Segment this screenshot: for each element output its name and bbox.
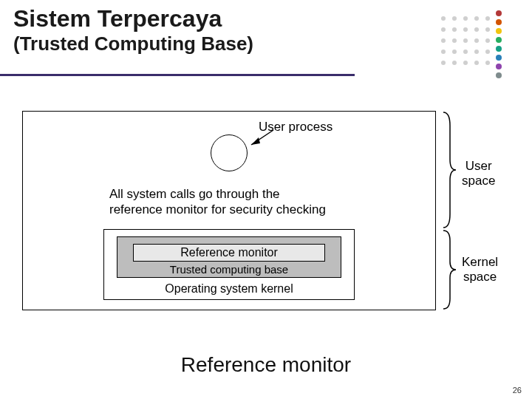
svg-point-14: [485, 38, 490, 43]
sub-text: Trusted Computing Base): [20, 33, 253, 55]
svg-point-4: [485, 16, 490, 21]
svg-point-10: [441, 38, 446, 43]
page-number: 26: [513, 386, 522, 395]
svg-point-28: [496, 37, 502, 43]
svg-point-25: [496, 10, 502, 16]
svg-point-9: [485, 27, 490, 32]
svg-point-13: [474, 38, 479, 43]
user-process-circle: [211, 134, 248, 171]
dot-grid-logo: [429, 7, 510, 89]
svg-point-3: [474, 16, 479, 21]
svg-point-7: [463, 27, 468, 32]
svg-point-6: [452, 27, 457, 32]
svg-point-29: [496, 46, 502, 52]
svg-point-15: [441, 50, 446, 54]
title-underline: [0, 74, 355, 76]
svg-point-22: [463, 61, 468, 65]
slide-title-main: Sistem Terpercaya: [13, 6, 253, 32]
kernel-space-label: Kernel space: [462, 255, 498, 285]
svg-point-0: [441, 16, 446, 21]
tcb-label: Trusted computing base: [117, 263, 341, 276]
user-space-brace: [441, 111, 457, 229]
svg-point-18: [474, 50, 479, 54]
svg-point-30: [496, 55, 502, 61]
svg-point-11: [452, 38, 457, 43]
svg-point-31: [496, 64, 502, 69]
os-kernel-label: Operating system kernel: [103, 282, 355, 296]
svg-point-20: [441, 61, 446, 65]
user-process-label: User process: [259, 120, 332, 134]
svg-point-19: [485, 50, 490, 54]
slide-title-block: Sistem Terpercaya (Trusted Computing Bas…: [13, 6, 253, 55]
syscall-line1: All system calls go through the: [109, 187, 280, 201]
svg-point-21: [452, 61, 457, 65]
svg-point-8: [474, 27, 479, 32]
svg-point-2: [463, 16, 468, 21]
syscall-line2: reference monitor for security checking: [109, 202, 326, 216]
slide-caption: Reference monitor: [0, 353, 532, 377]
user-space-label: User space: [462, 159, 495, 189]
slide-title-sub: (Trusted Computing Base): [13, 33, 253, 55]
syscall-description: All system calls go through the referenc…: [109, 186, 326, 218]
diagram-area: User process All system calls go through…: [22, 103, 510, 325]
svg-point-32: [496, 72, 502, 78]
svg-point-26: [496, 19, 502, 25]
reference-monitor-box: Reference monitor: [133, 244, 325, 262]
svg-point-24: [485, 61, 490, 65]
svg-point-16: [452, 50, 457, 54]
svg-point-27: [496, 28, 502, 34]
svg-point-23: [474, 61, 479, 65]
svg-point-1: [452, 16, 457, 21]
sub-prefix: (: [13, 33, 20, 55]
svg-point-17: [463, 50, 468, 54]
svg-point-12: [463, 38, 468, 43]
kernel-space-brace: [441, 229, 457, 310]
svg-point-5: [441, 27, 446, 32]
